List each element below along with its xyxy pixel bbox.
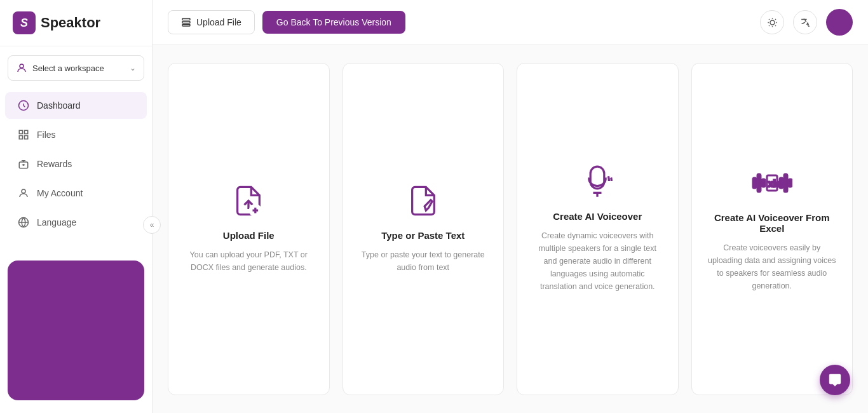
create-ai-voiceover-icon — [581, 165, 614, 198]
create-ai-voiceover-excel-icon: xls — [752, 166, 792, 200]
card-create-ai-voiceover-title: Create AI Voiceover — [553, 211, 642, 222]
card-type-paste-title: Type or Paste Text — [381, 230, 465, 241]
upload-icon — [181, 17, 191, 27]
card-type-paste-desc: Type or paste your text to generate audi… — [358, 248, 489, 274]
files-icon — [18, 129, 29, 140]
card-create-ai-voiceover[interactable]: Create AI Voiceover Create dynamic voice… — [517, 63, 679, 395]
svg-rect-5 — [25, 130, 28, 133]
card-create-ai-voiceover-excel-title: Create AI Voiceover From Excel — [707, 212, 837, 234]
type-paste-text-icon — [407, 184, 440, 217]
svg-line-3 — [24, 105, 25, 107]
svg-rect-11 — [182, 18, 190, 20]
svg-rect-25 — [753, 178, 756, 188]
go-back-button[interactable]: Go Back To Previous Version — [262, 11, 405, 34]
svg-rect-7 — [25, 136, 28, 139]
card-upload-file[interactable]: Upload File You can upload your PDF, TXT… — [168, 63, 330, 395]
svg-line-18 — [775, 25, 776, 26]
card-create-ai-voiceover-excel-desc: Create voiceovers easily by uploading da… — [707, 241, 837, 292]
sidebar-item-my-account[interactable]: My Account — [5, 180, 147, 207]
dashboard-label: Dashboard — [37, 100, 81, 111]
svg-rect-32 — [789, 179, 792, 187]
app-name: Speaktor — [41, 15, 100, 31]
cards-area: Upload File You can upload your PDF, TXT… — [153, 45, 868, 413]
sidebar-promo-block — [8, 261, 144, 400]
main-content: Upload File Go Back To Previous Version — [153, 0, 868, 413]
svg-line-21 — [768, 25, 769, 26]
card-create-ai-voiceover-desc: Create dynamic voiceovers with multiple … — [532, 229, 663, 293]
svg-rect-27 — [762, 179, 765, 187]
sidebar-item-language[interactable]: Language — [5, 209, 147, 236]
svg-rect-6 — [19, 136, 22, 139]
language-icon — [18, 217, 29, 228]
dashboard-icon — [18, 100, 29, 111]
sidebar-item-rewards[interactable]: Rewards — [5, 151, 147, 177]
svg-rect-4 — [19, 130, 22, 133]
svg-point-0 — [20, 64, 24, 68]
logo-area: S Speaktor — [0, 0, 152, 46]
logo-icon: S — [13, 11, 36, 34]
svg-rect-26 — [757, 174, 761, 192]
language-toggle-button[interactable] — [793, 10, 817, 34]
sidebar: S Speaktor Select a workspace ⌄ Dashboar… — [0, 0, 153, 413]
files-label: Files — [37, 130, 56, 140]
svg-line-22 — [775, 18, 776, 19]
workspace-label: Select a workspace — [32, 64, 104, 73]
workspace-selector[interactable]: Select a workspace ⌄ — [8, 55, 144, 81]
avatar[interactable] — [826, 9, 853, 36]
account-icon — [18, 187, 29, 199]
card-upload-file-desc: You can upload your PDF, TXT or DOCX fil… — [184, 248, 314, 274]
svg-point-9 — [22, 189, 25, 193]
topbar-left: Upload File Go Back To Previous Version — [168, 10, 405, 34]
card-upload-file-title: Upload File — [223, 230, 275, 241]
topbar-right — [760, 9, 853, 36]
theme-toggle-button[interactable] — [760, 10, 784, 34]
rewards-label: Rewards — [37, 159, 72, 169]
my-account-label: My Account — [37, 188, 83, 198]
language-label: Language — [37, 217, 76, 227]
svg-rect-30 — [780, 178, 783, 188]
svg-rect-13 — [182, 24, 190, 26]
upload-btn-label: Upload File — [196, 17, 241, 27]
chat-bubble-button[interactable] — [820, 365, 850, 395]
chat-icon — [828, 373, 842, 387]
translate-icon — [800, 17, 811, 28]
sidebar-item-files[interactable]: Files — [5, 121, 147, 148]
card-type-paste-text[interactable]: Type or Paste Text Type or paste your te… — [342, 63, 505, 395]
topbar: Upload File Go Back To Previous Version — [153, 0, 868, 45]
card-create-ai-voiceover-excel[interactable]: xls Create AI Voiceover From Excel Creat… — [691, 63, 853, 395]
chevron-down-icon: ⌄ — [130, 64, 136, 72]
rewards-icon — [18, 158, 29, 170]
sidebar-nav: Dashboard Files Rewards — [0, 87, 152, 250]
svg-rect-31 — [784, 174, 787, 192]
sidebar-item-dashboard[interactable]: Dashboard — [5, 92, 147, 119]
svg-line-17 — [768, 18, 769, 19]
sidebar-collapse-button[interactable]: « — [143, 216, 161, 234]
workspace-icon — [16, 62, 27, 74]
upload-file-icon — [232, 184, 265, 217]
sun-icon — [767, 17, 778, 28]
upload-file-button[interactable]: Upload File — [168, 10, 255, 34]
svg-point-14 — [770, 20, 774, 24]
svg-rect-12 — [182, 22, 190, 24]
